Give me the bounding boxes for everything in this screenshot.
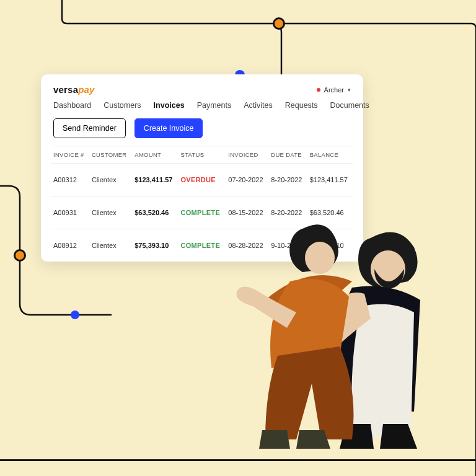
brand-part1: versa — [53, 84, 78, 95]
cell-amount: $123,411.57 — [132, 164, 178, 196]
connector-node-orange — [273, 17, 285, 30]
connector-node-blue-2 — [71, 311, 79, 319]
cell-invoice: A00312 — [51, 164, 89, 196]
col-balance: BALANCE — [307, 146, 353, 164]
cell-invoiced: 07-20-2022 — [226, 164, 268, 196]
col-due: DUE DATE — [268, 146, 307, 164]
ground-line — [0, 459, 476, 461]
send-reminder-button[interactable]: Send Reminder — [53, 118, 126, 138]
cell-status: COMPLETE — [178, 229, 226, 262]
tab-documents[interactable]: Documents — [330, 101, 369, 110]
connector-node-orange-2 — [14, 249, 26, 262]
user-menu[interactable]: Archer ▾ — [317, 86, 351, 94]
nav-tabs: Dashboard Customers Invoices Payments Ac… — [51, 101, 353, 116]
tab-payments[interactable]: Payments — [197, 101, 232, 110]
cell-amount: $63,520.46 — [132, 196, 178, 229]
col-invoice: INVOICE # — [51, 146, 89, 164]
cell-balance: $123,411.57 — [307, 164, 353, 196]
tab-requests[interactable]: Requests — [285, 101, 318, 110]
cell-due: 8-20-2022 — [268, 164, 307, 196]
action-bar: Send Reminder Create Invoice — [51, 116, 353, 146]
user-name: Archer — [324, 86, 344, 94]
tab-customers[interactable]: Customers — [104, 101, 141, 110]
cell-status: COMPLETE — [178, 196, 226, 229]
cell-customer: Clientex — [89, 164, 132, 196]
tab-invoices[interactable]: Invoices — [154, 101, 185, 110]
chevron-down-icon: ▾ — [348, 87, 351, 93]
cell-invoice: A00931 — [51, 196, 89, 229]
cell-status: OVERDUE — [178, 164, 226, 196]
col-customer: CUSTOMER — [89, 146, 132, 164]
cell-amount: $75,393.10 — [132, 229, 178, 262]
cell-invoice: A08912 — [51, 229, 89, 262]
col-amount: AMOUNT — [132, 146, 178, 164]
people-illustration — [228, 201, 451, 461]
table-row[interactable]: A00312Clientex$123,411.57OVERDUE07-20-20… — [51, 164, 353, 196]
user-status-dot-icon — [317, 88, 320, 92]
col-invoiced: INVOICED — [226, 146, 268, 164]
svg-point-1 — [305, 242, 335, 274]
cell-customer: Clientex — [89, 196, 132, 229]
create-invoice-button[interactable]: Create Invoice — [134, 118, 203, 138]
tab-dashboard[interactable]: Dashboard — [53, 101, 91, 110]
tab-activites[interactable]: Activites — [244, 101, 273, 110]
brand-part2: pay — [78, 84, 94, 95]
cell-customer: Clientex — [89, 229, 132, 262]
col-status: STATUS — [178, 146, 226, 164]
brand-logo: versapay — [53, 84, 95, 95]
